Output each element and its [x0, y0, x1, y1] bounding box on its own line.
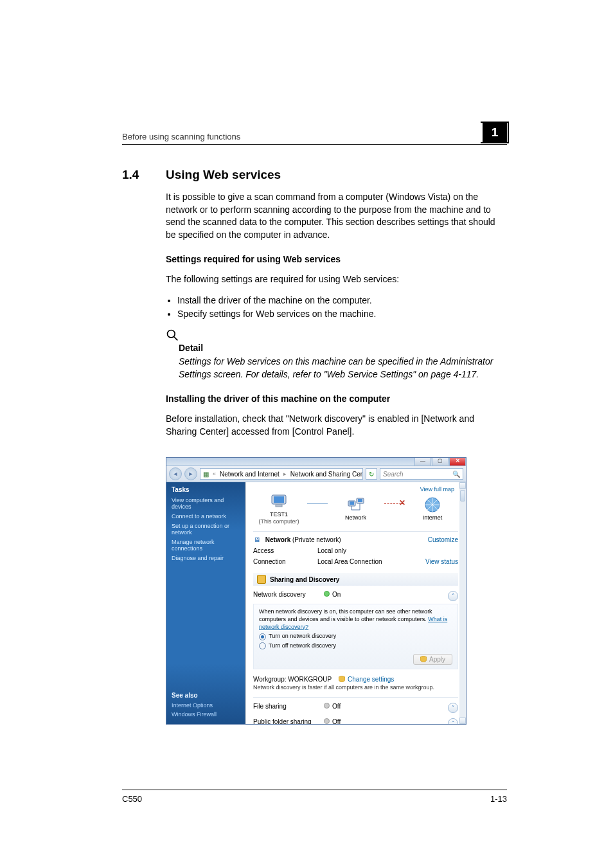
breadcrumb-level2[interactable]: Network and Sharing Center	[290, 471, 363, 478]
breadcrumb-arrow-icon: ▸	[283, 471, 287, 477]
title-bar: — ▢ ✕	[166, 458, 466, 466]
nav-forward-button[interactable]: ►	[184, 467, 197, 480]
radio-off-icon[interactable]	[259, 642, 266, 649]
customize-link[interactable]: Customize	[428, 536, 458, 543]
task-diagnose-repair[interactable]: Diagnose and repair	[172, 555, 240, 561]
public-folder-sharing-row: Public folder sharing Off ˅	[253, 718, 458, 725]
access-key: Access	[253, 547, 317, 554]
radio-on-icon[interactable]	[259, 633, 266, 640]
file-sharing-label: File sharing	[253, 703, 324, 710]
network-small-icon: 🖥	[253, 536, 261, 543]
radio-turn-on[interactable]: Turn on network discovery	[259, 633, 452, 640]
apply-label: Apply	[429, 656, 445, 663]
task-view-computers[interactable]: View computers and devices	[172, 497, 240, 510]
connection-key: Connection	[253, 558, 317, 565]
network-node-icon	[347, 496, 365, 514]
detail-title: Detail	[179, 343, 507, 353]
disc-text: When network discovery is on, this compu…	[259, 608, 432, 622]
view-status-link[interactable]: View status	[425, 558, 458, 565]
public-folder-label: Public folder sharing	[253, 718, 324, 725]
status-dot-on-icon	[324, 591, 330, 597]
sharing-discovery-header: Sharing and Discovery	[253, 573, 458, 586]
control-panel-icon: ▦	[203, 471, 209, 478]
sharing-header-label: Sharing and Discovery	[270, 576, 339, 583]
see-also-windows-firewall[interactable]: Windows Firewall	[172, 711, 240, 718]
radio-off-label: Turn off network discovery	[269, 642, 336, 650]
connection-row: Connection Local Area Connection View st…	[253, 558, 458, 565]
install-lead: Before installation, check that "Network…	[166, 413, 507, 438]
svg-rect-7	[350, 502, 354, 505]
pc-name: TEST1	[270, 512, 288, 518]
settings-bullets: Install the driver of the machine on the…	[166, 294, 507, 321]
radio-on-label: Turn on network discovery	[269, 633, 336, 640]
expand-public-folder-button[interactable]: ˅	[448, 718, 458, 725]
subhead-installing-driver: Installing the driver of this machine on…	[166, 393, 507, 404]
address-bar: ◄ ► ▦ « Network and Internet ▸ Network a…	[166, 466, 466, 482]
network-discovery-label: Network discovery	[253, 591, 324, 598]
pc-sublabel: (This computer)	[258, 518, 299, 525]
chapter-tab: 1	[483, 123, 507, 141]
network-name: Network	[345, 515, 366, 521]
tasks-panel: Tasks View computers and devices Connect…	[166, 482, 245, 724]
internet-name: Internet	[423, 515, 443, 521]
see-also-internet-options[interactable]: Internet Options	[172, 702, 240, 709]
section-number: 1.4	[122, 168, 148, 182]
magnifier-icon	[166, 329, 179, 341]
bullet-specify-settings: Specify settings for Web services on the…	[177, 307, 507, 321]
collapse-button[interactable]: ˄	[448, 591, 458, 601]
svg-line-1	[174, 336, 178, 340]
public-folder-status: Off	[332, 718, 341, 725]
header-text: Before using scanning functions	[122, 132, 240, 141]
minimize-button[interactable]: —	[414, 458, 431, 466]
status-dot-off-icon-2	[324, 718, 330, 724]
running-header: Before using scanning functions 1	[122, 129, 507, 145]
file-sharing-row: File sharing Off ˅	[253, 703, 458, 713]
footer-page: 1-13	[490, 794, 507, 804]
network-discovery-disclosure: When network discovery is on, this compu…	[253, 604, 458, 669]
content-panel: View full map TEST1 (This computer)	[245, 482, 466, 724]
computer-icon	[270, 493, 288, 511]
expand-file-sharing-button[interactable]: ˅	[448, 703, 458, 713]
task-setup-connection[interactable]: Set up a connection or network	[172, 523, 240, 536]
tasks-title: Tasks	[172, 486, 240, 493]
map-connector-1	[307, 503, 328, 504]
view-full-map-link[interactable]: View full map	[420, 486, 454, 493]
breadcrumb-bar[interactable]: ▦ « Network and Internet ▸ Network and S…	[200, 468, 363, 480]
search-field[interactable]: Search 🔍	[380, 468, 463, 480]
map-node-computer: TEST1 (This computer)	[253, 493, 305, 525]
refresh-button[interactable]: ↻	[366, 468, 377, 480]
workgroup-row: Workgroup: WORKGROUP Change settings	[253, 676, 458, 683]
search-placeholder: Search	[383, 471, 404, 478]
scrollbar[interactable]	[459, 482, 466, 724]
page-footer: C550 1-13	[122, 790, 507, 804]
section-intro: It is possible to give a scan command fr…	[166, 191, 507, 241]
workgroup-label: Workgroup: WORKGROUP	[253, 676, 332, 683]
bullet-install-driver: Install the driver of the machine on the…	[177, 294, 507, 307]
scrollbar-thumb[interactable]	[460, 490, 465, 502]
section-heading: 1.4 Using Web services	[122, 168, 507, 182]
close-button[interactable]: ✕	[449, 458, 466, 466]
svg-rect-3	[274, 496, 284, 503]
task-connect-network[interactable]: Connect to a network	[172, 513, 240, 520]
search-icon: 🔍	[452, 471, 460, 478]
detail-body: Settings for Web services on this machin…	[179, 356, 507, 381]
detail-block: Detail Settings for Web services on this…	[166, 329, 507, 381]
divider-1	[253, 531, 458, 532]
svg-rect-8	[358, 499, 362, 502]
folder-sharing-icon	[257, 575, 266, 584]
settings-lead: The following settings are required for …	[166, 273, 507, 286]
connection-value: Local Area Connection	[317, 558, 425, 565]
maximize-button[interactable]: ▢	[432, 458, 449, 466]
see-also-title: See also	[172, 692, 240, 699]
apply-button[interactable]: Apply	[413, 654, 452, 665]
network-type: (Private network)	[292, 536, 341, 543]
subhead-settings-required: Settings required for using Web services	[166, 254, 507, 264]
map-connector-2-broken	[384, 503, 405, 504]
breadcrumb-level1[interactable]: Network and Internet	[220, 471, 280, 478]
task-manage-connections[interactable]: Manage network connections	[172, 539, 240, 552]
section-title: Using Web services	[166, 168, 281, 182]
globe-icon	[423, 496, 441, 514]
nav-back-button[interactable]: ◄	[169, 467, 182, 480]
radio-turn-off[interactable]: Turn off network discovery	[259, 642, 452, 650]
change-settings-link[interactable]: Change settings	[348, 676, 394, 683]
